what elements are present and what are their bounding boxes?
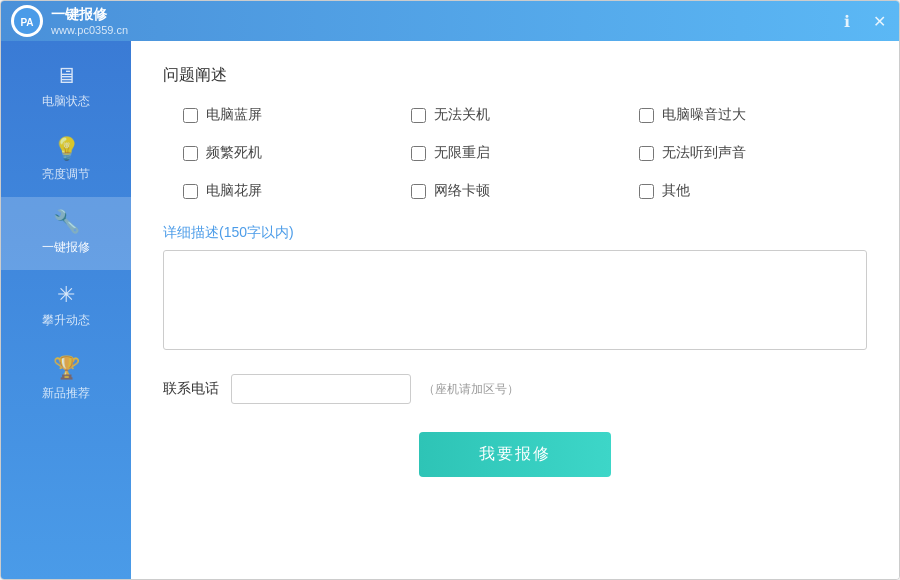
titlebar-subtitle: www.pc0359.cn xyxy=(51,24,128,36)
checkbox-no-sound-input[interactable] xyxy=(639,146,654,161)
titlebar-text: 一键报修 www.pc0359.cn xyxy=(51,6,128,36)
contact-hint: （座机请加区号） xyxy=(423,381,519,398)
sidebar-label-brightness: 亮度调节 xyxy=(42,166,90,183)
contact-input[interactable] xyxy=(231,374,411,404)
contact-label: 联系电话 xyxy=(163,380,219,398)
sidebar: 🖥 电脑状态 💡 亮度调节 🔧 一键报修 ✳ 攀升动态 🏆 新品推荐 xyxy=(1,41,131,579)
svg-text:PA: PA xyxy=(20,17,33,28)
checkbox-no-shutdown-input[interactable] xyxy=(411,108,426,123)
checkbox-other[interactable]: 其他 xyxy=(639,182,867,200)
checkbox-frequent-crash-input[interactable] xyxy=(183,146,198,161)
sidebar-label-computer-status: 电脑状态 xyxy=(42,93,90,110)
checkbox-blue-screen[interactable]: 电脑蓝屏 xyxy=(183,106,411,124)
app-window: PA 一键报修 www.pc0359.cn ℹ ✕ 🖥 电脑状态 💡 亮度调节 xyxy=(0,0,900,580)
checkbox-noisy[interactable]: 电脑噪音过大 xyxy=(639,106,867,124)
checkbox-other-label: 其他 xyxy=(662,182,690,200)
checkbox-noisy-input[interactable] xyxy=(639,108,654,123)
trophy-icon: 🏆 xyxy=(53,357,80,379)
monitor-icon: 🖥 xyxy=(55,65,77,87)
checkbox-screen-artifacts[interactable]: 电脑花屏 xyxy=(183,182,411,200)
checkbox-network-lag-label: 网络卡顿 xyxy=(434,182,490,200)
checkbox-network-lag-input[interactable] xyxy=(411,184,426,199)
sidebar-item-new-products[interactable]: 🏆 新品推荐 xyxy=(1,343,131,416)
checkbox-infinite-restart-label: 无限重启 xyxy=(434,144,490,162)
sidebar-label-repair: 一键报修 xyxy=(42,239,90,256)
checkbox-no-shutdown-label: 无法关机 xyxy=(434,106,490,124)
submit-row: 我要报修 xyxy=(163,432,867,477)
detail-section: 详细描述(150字以内) xyxy=(163,224,867,354)
checkbox-other-input[interactable] xyxy=(639,184,654,199)
close-button[interactable]: ✕ xyxy=(869,11,889,31)
sidebar-item-computer-status[interactable]: 🖥 电脑状态 xyxy=(1,51,131,124)
titlebar: PA 一键报修 www.pc0359.cn ℹ ✕ xyxy=(1,1,899,41)
body-layout: 🖥 电脑状态 💡 亮度调节 🔧 一键报修 ✳ 攀升动态 🏆 新品推荐 问题阐述 xyxy=(1,41,899,579)
checkbox-noisy-label: 电脑噪音过大 xyxy=(662,106,746,124)
checkbox-screen-artifacts-label: 电脑花屏 xyxy=(206,182,262,200)
bulb-icon: 💡 xyxy=(53,138,80,160)
checkbox-infinite-restart-input[interactable] xyxy=(411,146,426,161)
sidebar-label-new-products: 新品推荐 xyxy=(42,385,90,402)
checkbox-screen-artifacts-input[interactable] xyxy=(183,184,198,199)
checkbox-no-sound-label: 无法听到声音 xyxy=(662,144,746,162)
sidebar-label-upgrade: 攀升动态 xyxy=(42,312,90,329)
detail-title: 详细描述(150字以内) xyxy=(163,224,867,242)
sidebar-item-repair[interactable]: 🔧 一键报修 xyxy=(1,197,131,270)
detail-textarea[interactable] xyxy=(163,250,867,350)
checkbox-blue-screen-label: 电脑蓝屏 xyxy=(206,106,262,124)
checkbox-no-sound[interactable]: 无法听到声音 xyxy=(639,144,867,162)
fan-icon: ✳ xyxy=(57,284,75,306)
info-button[interactable]: ℹ xyxy=(837,11,857,31)
submit-button[interactable]: 我要报修 xyxy=(419,432,611,477)
sidebar-item-brightness[interactable]: 💡 亮度调节 xyxy=(1,124,131,197)
contact-row: 联系电话 （座机请加区号） xyxy=(163,374,867,404)
checkbox-infinite-restart[interactable]: 无限重启 xyxy=(411,144,639,162)
checkbox-frequent-crash[interactable]: 频繁死机 xyxy=(183,144,411,162)
checkbox-frequent-crash-label: 频繁死机 xyxy=(206,144,262,162)
checkbox-network-lag[interactable]: 网络卡顿 xyxy=(411,182,639,200)
checkboxes-grid: 电脑蓝屏 无法关机 电脑噪音过大 频繁死机 无限重启 xyxy=(163,106,867,200)
checkbox-no-shutdown[interactable]: 无法关机 xyxy=(411,106,639,124)
titlebar-left: PA 一键报修 www.pc0359.cn xyxy=(11,5,128,37)
section-title: 问题阐述 xyxy=(163,65,867,86)
main-content: 问题阐述 电脑蓝屏 无法关机 电脑噪音过大 频繁死机 xyxy=(131,41,899,579)
checkbox-blue-screen-input[interactable] xyxy=(183,108,198,123)
wrench-icon: 🔧 xyxy=(53,211,80,233)
sidebar-item-upgrade[interactable]: ✳ 攀升动态 xyxy=(1,270,131,343)
titlebar-title: 一键报修 xyxy=(51,6,128,24)
app-logo: PA xyxy=(11,5,43,37)
titlebar-controls: ℹ ✕ xyxy=(837,11,889,31)
